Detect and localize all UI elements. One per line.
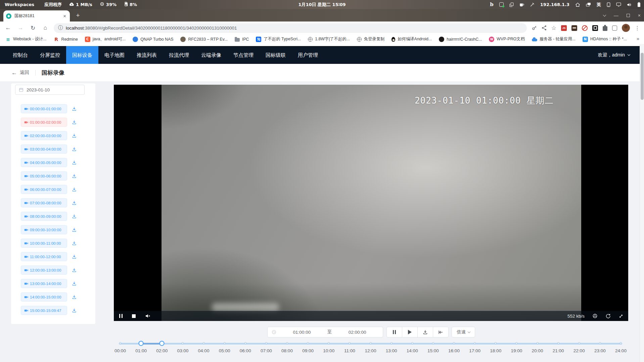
- bookmark-item[interactable]: hairrrrr/C-CrashC...: [439, 37, 482, 42]
- bookmark-item[interactable]: 免登录复制: [357, 36, 384, 42]
- battery-icon[interactable]: [637, 2, 641, 7]
- bookmark-item[interactable]: NHDAtmos :: 种子 *...: [583, 36, 627, 42]
- time-range-picker[interactable]: 01:00:00 至 02:00:00: [267, 327, 383, 337]
- scrollbar-thumb[interactable]: [641, 53, 644, 100]
- record-download-button[interactable]: [72, 227, 77, 233]
- record-download-button[interactable]: [72, 308, 77, 313]
- nav-item-3[interactable]: 国标设备: [66, 46, 98, 64]
- range-start-input[interactable]: 01:00:00: [276, 330, 327, 335]
- nav-item-1[interactable]: 控制台: [7, 46, 34, 64]
- record-download-button[interactable]: [72, 173, 77, 179]
- record-range-button[interactable]: 11:00:00-12:00:00: [21, 252, 67, 261]
- light-extension-icon[interactable]: [612, 26, 617, 31]
- nav-item-4[interactable]: 电子地图: [98, 46, 131, 64]
- record-download-button[interactable]: [72, 268, 77, 273]
- address-bar[interactable]: ⓘ localhost:38080/#/gbRecordDetail/34020…: [54, 23, 527, 33]
- play-button[interactable]: [402, 327, 418, 337]
- record-download-button[interactable]: [72, 147, 77, 152]
- record-range-button[interactable]: 01:00:00-02:00:00: [21, 118, 67, 127]
- record-download-button[interactable]: [72, 160, 77, 165]
- refresh-icon[interactable]: [605, 313, 611, 319]
- password-key-icon[interactable]: [532, 25, 537, 31]
- window-close-button[interactable]: ×: [638, 13, 641, 18]
- record-range-button[interactable]: 03:00:00-04:00:00: [21, 145, 67, 154]
- window-minimize-button[interactable]: —: [614, 13, 618, 18]
- record-range-button[interactable]: 09:00:00-10:00:00: [21, 225, 67, 234]
- record-range-button[interactable]: 07:00:00-08:00:00: [21, 198, 67, 207]
- window-maximize-button[interactable]: [627, 14, 630, 17]
- bookmark-item[interactable]: ≡Webstack - 设计...: [5, 36, 47, 42]
- system-clock[interactable]: 1月10日 星期二 15∶09: [298, 2, 346, 8]
- record-download-button[interactable]: [72, 200, 77, 206]
- nav-item-10[interactable]: 用户管理: [292, 46, 324, 64]
- ime-indicator[interactable]: 英: [597, 2, 601, 8]
- forward-button[interactable]: →: [16, 25, 25, 31]
- stop-icon[interactable]: [132, 314, 136, 318]
- display-icon[interactable]: [616, 2, 621, 7]
- tablet-icon[interactable]: [607, 2, 610, 7]
- speed-dropdown[interactable]: 倍速: [452, 327, 475, 337]
- ip-address-indicator[interactable]: 192.168.1.3: [540, 2, 569, 7]
- bookmark-item[interactable]: 知了不起的 TypeScri...: [256, 36, 301, 42]
- record-download-button[interactable]: [72, 214, 77, 219]
- profile-avatar[interactable]: [622, 24, 630, 32]
- nav-item-8[interactable]: 节点管理: [227, 46, 260, 64]
- timeline-slider[interactable]: [120, 340, 621, 347]
- site-info-icon[interactable]: ⓘ: [58, 25, 63, 31]
- bookmark-item[interactable]: WWVP-PRO文档: [489, 36, 524, 42]
- tab-close-icon[interactable]: ×: [62, 13, 67, 19]
- adblock-extension-icon[interactable]: [582, 25, 588, 31]
- record-range-button[interactable]: 13:00:00-14:00:00: [21, 279, 67, 288]
- bookmark-item[interactable]: 如何编译Android...: [392, 36, 432, 42]
- record-range-button[interactable]: 14:00:00-15:00:00: [21, 292, 67, 301]
- bookmark-item[interactable]: Cjava、android可...: [85, 36, 126, 42]
- date-picker-input[interactable]: 2023-01-10: [15, 85, 85, 95]
- nav-item-2[interactable]: 分屏监控: [34, 46, 66, 64]
- extensions-puzzle-icon[interactable]: [603, 26, 607, 31]
- color-picker-icon[interactable]: [530, 2, 535, 7]
- js-extension-icon[interactable]: JS: [561, 25, 567, 31]
- bookmark-item[interactable]: RFC2833 – RTP Ev...: [180, 37, 228, 42]
- record-download-button[interactable]: [72, 294, 77, 300]
- record-download-button[interactable]: [72, 187, 77, 192]
- bookmark-item[interactable]: RRedmine: [54, 37, 78, 42]
- bookmark-item[interactable]: IPC: [235, 37, 249, 42]
- nav-item-9[interactable]: 国标级联: [260, 46, 292, 64]
- app-window-icon[interactable]: [499, 2, 504, 7]
- page-scrollbar[interactable]: [640, 44, 644, 362]
- pause-icon[interactable]: [119, 314, 123, 318]
- record-range-button[interactable]: 12:00:00-13:00:00: [21, 266, 67, 275]
- timeline-handle[interactable]: [139, 341, 144, 346]
- bookmark-star-icon[interactable]: ☆: [551, 25, 556, 32]
- download-button[interactable]: [417, 327, 433, 337]
- record-range-button[interactable]: 06:00:00-07:00:00: [21, 185, 67, 194]
- record-range-button[interactable]: 00:00:00-01:00:00: [21, 104, 67, 113]
- record-range-button[interactable]: 05:00:00-06:00:00: [21, 171, 67, 180]
- bookmark-item[interactable]: QNAP Turbo NAS: [133, 37, 173, 42]
- record-download-button[interactable]: [72, 120, 77, 125]
- record-download-button[interactable]: [72, 106, 77, 112]
- record-download-button[interactable]: [72, 281, 77, 286]
- volume-muted-icon[interactable]: [145, 314, 150, 318]
- pause-button[interactable]: [386, 327, 402, 337]
- bookmark-item[interactable]: 1.8W字|了不起的...: [308, 36, 350, 42]
- reload-button[interactable]: ↻: [29, 25, 37, 32]
- record-range-button[interactable]: 04:00:00-05:00:00: [21, 158, 67, 167]
- record-range-button[interactable]: 10:00:00-11:00:00: [21, 239, 67, 248]
- user-menu[interactable]: 欢迎，admin: [598, 52, 630, 58]
- dark-extension-icon[interactable]: [592, 25, 598, 31]
- clipboard-icon[interactable]: [509, 2, 514, 7]
- record-download-button[interactable]: [72, 241, 77, 246]
- bookmark-item[interactable]: 服务器 - 轻量应用...: [532, 36, 576, 42]
- browser-tab[interactable]: 国标28181 ×: [3, 10, 70, 22]
- back-link[interactable]: ← 返回: [11, 70, 29, 76]
- workspaces-button[interactable]: Workspaces: [5, 2, 34, 7]
- timeline-handle[interactable]: [159, 341, 165, 346]
- volume-icon[interactable]: [627, 3, 632, 7]
- video-player[interactable]: 2023-01-10 01:00:00 星期二 552 kb/s: [114, 85, 628, 321]
- nav-item-5[interactable]: 推流列表: [131, 46, 163, 64]
- bing-icon[interactable]: b: [490, 2, 494, 7]
- tea-icon[interactable]: [519, 3, 524, 7]
- tab-search-icon[interactable]: [603, 13, 606, 16]
- record-download-button[interactable]: [72, 254, 77, 259]
